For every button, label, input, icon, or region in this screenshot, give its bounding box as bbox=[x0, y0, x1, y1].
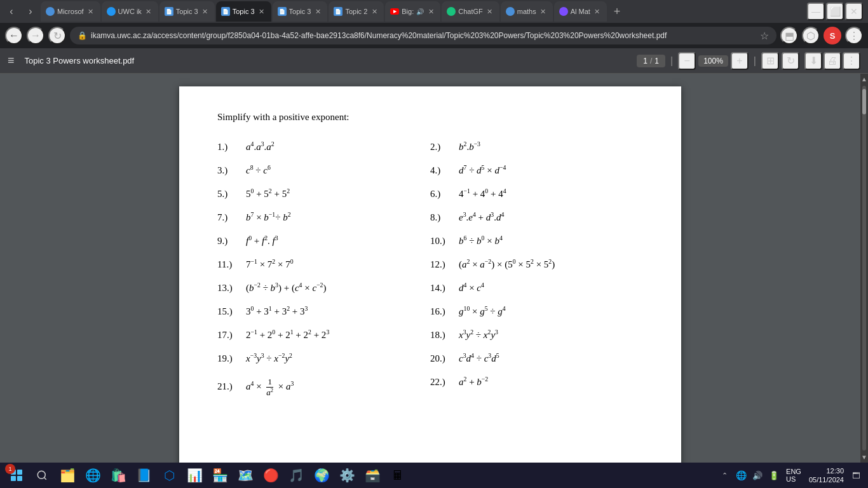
zoom-value: 100% bbox=[698, 55, 728, 67]
url-text: ikamva.uwc.ac.za/access/content/group/f2… bbox=[91, 31, 756, 40]
taskbar-files[interactable]: 🗂️ bbox=[56, 464, 79, 487]
rotate-button[interactable]: ↻ bbox=[782, 52, 799, 70]
tab-close-1[interactable]: ✕ bbox=[86, 7, 95, 16]
taskbar-store2[interactable]: 🏪 bbox=[208, 464, 231, 487]
taskbar-store[interactable]: 🛍️ bbox=[107, 464, 130, 487]
pdf-title: Topic 3 Powers worksheet.pdf bbox=[25, 56, 632, 65]
prob-expr-10: b6 ÷ b0 × b4 bbox=[459, 236, 503, 247]
tab-close-4[interactable]: ✕ bbox=[257, 7, 266, 16]
tray-volume[interactable]: 🔊 bbox=[750, 468, 764, 482]
prob-num-15: 15.) bbox=[217, 306, 246, 317]
prob-expr-21: a4 × 1a2 × a3 bbox=[246, 377, 294, 398]
prob-num-9: 9.) bbox=[217, 236, 246, 247]
taskbar-calculator[interactable]: 🖩 bbox=[386, 464, 409, 487]
minimize-button[interactable]: — bbox=[807, 3, 825, 20]
tab-aimath[interactable]: Al Mat ✕ bbox=[554, 1, 607, 22]
tab-topic3-a[interactable]: 📄 Topic 3 ✕ bbox=[159, 1, 215, 22]
tab-close-9[interactable]: ✕ bbox=[539, 7, 548, 16]
prob-expr-5: 50 + 52 + 52 bbox=[246, 189, 290, 200]
tab-close-3[interactable]: ✕ bbox=[201, 7, 210, 16]
tab-close-6[interactable]: ✕ bbox=[370, 7, 379, 16]
fit-page-button[interactable]: ⊞ bbox=[761, 52, 779, 70]
address-bar: ← → ↻ 🔒 ikamva.uwc.ac.za/access/content/… bbox=[0, 23, 868, 48]
download-button[interactable]: ⬇ bbox=[804, 52, 822, 70]
close-window-button[interactable]: ✕ bbox=[845, 3, 863, 20]
taskbar-search-button[interactable] bbox=[31, 464, 53, 487]
tab-label-6: Topic 2 bbox=[345, 8, 367, 15]
tab-close-5[interactable]: ✕ bbox=[313, 7, 322, 16]
prob-expr-2: b2.b−3 bbox=[459, 142, 480, 152]
tab-label-4: Topic 3 bbox=[233, 8, 255, 15]
tab-close-7[interactable]: ✕ bbox=[426, 7, 435, 16]
pdf-right-buttons: ⬇ 🖨 ⋮ bbox=[804, 52, 860, 70]
zoom-sep: | bbox=[670, 55, 673, 67]
content-area: Simplify with a positive exponent: 1.) a… bbox=[0, 74, 868, 463]
svg-point-0 bbox=[37, 471, 45, 478]
pdf-wrapper[interactable]: Simplify with a positive exponent: 1.) a… bbox=[0, 74, 860, 463]
problem-22: 22.) a2 + b−2 bbox=[430, 370, 643, 404]
tray-battery[interactable]: 🔋 bbox=[767, 468, 781, 482]
taskbar-app-red[interactable]: 🔴 bbox=[259, 464, 282, 487]
tab-uwc[interactable]: UWC ik ✕ bbox=[102, 1, 158, 22]
problem-7: 7.) b7 × b−1÷ b2 bbox=[217, 206, 430, 229]
taskbar-settings[interactable]: ⚙️ bbox=[336, 464, 358, 487]
tray-up-arrow[interactable]: ⌃ bbox=[717, 468, 731, 482]
tray-clock[interactable]: 12:30 05/11/2024 bbox=[806, 466, 846, 485]
taskbar-app1[interactable]: 📊 bbox=[183, 464, 206, 487]
url-bar[interactable]: 🔒 ikamva.uwc.ac.za/access/content/group/… bbox=[70, 27, 776, 44]
tab-close-8[interactable]: ✕ bbox=[485, 7, 494, 16]
tab-topic3-b[interactable]: 📄 Topic 3 ✕ bbox=[273, 1, 328, 22]
cast-button[interactable]: ⬒ bbox=[780, 27, 798, 44]
problem-4: 4.) d7 ÷ d5 × d−4 bbox=[430, 159, 643, 182]
problem-11: 11.) 7−1 × 72 × 70 bbox=[217, 253, 430, 276]
scroll-thumb[interactable] bbox=[862, 89, 866, 114]
forward-button[interactable]: › bbox=[22, 3, 39, 20]
prob-num-1: 1.) bbox=[217, 142, 246, 152]
prob-num-17: 17.) bbox=[217, 330, 246, 341]
print-button[interactable]: 🖨 bbox=[824, 52, 841, 70]
taskbar-edge[interactable]: 🌐 bbox=[81, 464, 104, 487]
tab-maths[interactable]: maths ✕ bbox=[501, 1, 553, 22]
win-q2 bbox=[17, 470, 22, 475]
taskbar-spotify[interactable]: 🎵 bbox=[285, 464, 308, 487]
pdf-heading: Simplify with a positive exponent: bbox=[217, 112, 643, 123]
scrollbar[interactable]: ▲ ▼ bbox=[860, 74, 868, 463]
tab-icon-pdf-a: 📄 bbox=[165, 7, 173, 16]
taskbar-chrome[interactable]: 🌍 bbox=[310, 464, 333, 487]
tab-icon-youtube: ▶ bbox=[390, 8, 399, 15]
more-menu-button[interactable]: ⋮ bbox=[845, 27, 863, 44]
tab-topic2[interactable]: 📄 Topic 2 ✕ bbox=[329, 1, 384, 22]
back-button[interactable]: ‹ bbox=[3, 3, 20, 20]
scroll-up-arrow[interactable]: ▲ bbox=[859, 74, 868, 85]
problem-5: 5.) 50 + 52 + 52 bbox=[217, 182, 430, 206]
tray-network[interactable]: 🌐 bbox=[734, 468, 748, 482]
refresh-button[interactable]: ↻ bbox=[48, 27, 66, 44]
new-tab-button[interactable]: + bbox=[608, 3, 626, 20]
taskbar-facebook[interactable]: 📘 bbox=[132, 464, 155, 487]
taskbar-app2[interactable]: 🗃️ bbox=[361, 464, 384, 487]
tab-microsoft[interactable]: Microsof ✕ bbox=[41, 1, 100, 22]
sidebar-toggle[interactable]: ≡ bbox=[8, 54, 15, 67]
scroll-track[interactable] bbox=[862, 86, 866, 451]
page-current: 1 bbox=[643, 57, 648, 65]
taskbar-edge2[interactable]: ⬡ bbox=[158, 464, 180, 487]
bookmark-icon[interactable]: ☆ bbox=[760, 30, 769, 42]
nav-forward-button[interactable]: → bbox=[27, 27, 44, 44]
tab-close-10[interactable]: ✕ bbox=[593, 7, 602, 16]
tab-label-5: Topic 3 bbox=[289, 8, 311, 15]
zoom-in-button[interactable]: + bbox=[731, 52, 749, 70]
nav-back-button[interactable]: ← bbox=[5, 27, 23, 44]
profile-button[interactable]: S bbox=[824, 27, 841, 44]
taskbar-maps[interactable]: 🗺️ bbox=[234, 464, 257, 487]
zoom-out-button[interactable]: − bbox=[678, 52, 696, 70]
scroll-down-arrow[interactable]: ▼ bbox=[859, 452, 868, 463]
maximize-button[interactable]: ⬜ bbox=[826, 3, 844, 20]
tab-chatgpt[interactable]: ChatGF ✕ bbox=[442, 1, 499, 22]
problem-12: 12.) (a2 × a−2) × (50 × 52 × 52) bbox=[430, 253, 643, 276]
tab-topic3-active[interactable]: 📄 Topic 3 ✕ bbox=[216, 1, 271, 22]
tray-notification[interactable]: 🗔 bbox=[849, 468, 863, 482]
pdf-more-button[interactable]: ⋮ bbox=[843, 52, 860, 70]
tab-close-2[interactable]: ✕ bbox=[144, 7, 153, 16]
tab-youtube[interactable]: ▶ Big: 🔊 ✕ bbox=[385, 1, 440, 22]
extensions-button[interactable]: ⬡ bbox=[802, 27, 820, 44]
